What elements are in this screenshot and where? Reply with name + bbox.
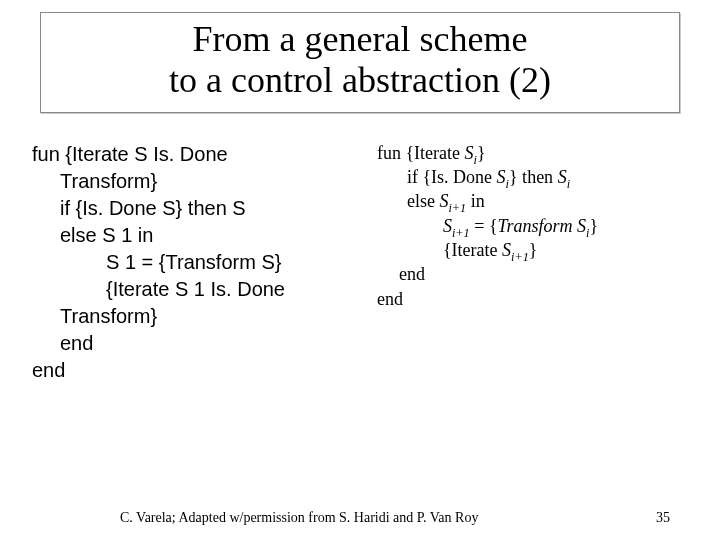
- code-line: {Iterate S 1 Is. Done: [106, 276, 369, 303]
- footer-credit: C. Varela; Adapted w/permission from S. …: [120, 510, 478, 526]
- code-line: fun {Iterate Si}: [377, 141, 688, 165]
- content-area: fun {Iterate S Is. Done Transform} if {I…: [32, 141, 688, 384]
- code-line: end: [60, 330, 369, 357]
- code-line: if {Is. Done S} then S: [60, 195, 369, 222]
- title-line-1: From a general scheme: [193, 19, 528, 59]
- code-abstract: fun {Iterate Si} if {Is. Done Si} then S…: [377, 141, 688, 384]
- code-line: Transform}: [60, 303, 369, 330]
- code-line: end: [32, 357, 369, 384]
- code-line: if {Is. Done Si} then Si: [407, 165, 688, 189]
- code-line: S 1 = {Transform S}: [106, 249, 369, 276]
- slide-title: From a general scheme to a control abstr…: [51, 19, 669, 102]
- slide-title-box: From a general scheme to a control abstr…: [40, 12, 680, 113]
- code-concrete: fun {Iterate S Is. Done Transform} if {I…: [32, 141, 369, 384]
- code-line: Si+1 = {Transform Si}: [443, 214, 688, 238]
- page-number: 35: [656, 510, 670, 526]
- code-line: else S 1 in: [60, 222, 369, 249]
- title-line-2: to a control abstraction (2): [169, 60, 551, 100]
- code-line: else Si+1 in: [407, 189, 688, 213]
- code-line: Transform}: [60, 168, 369, 195]
- code-line: fun {Iterate S Is. Done: [32, 141, 369, 168]
- code-line: end: [399, 262, 688, 286]
- code-line: end: [377, 287, 688, 311]
- slide-footer: C. Varela; Adapted w/permission from S. …: [0, 510, 720, 526]
- code-line: {Iterate Si+1}: [443, 238, 688, 262]
